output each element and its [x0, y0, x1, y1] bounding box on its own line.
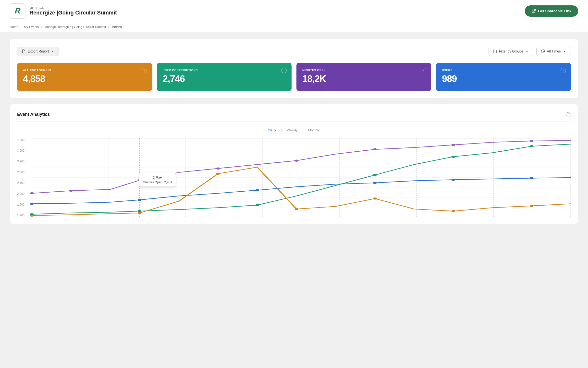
y-label-3200: 3,200: [17, 160, 24, 163]
event-title: Renergize |Going Circular Summit: [29, 10, 117, 16]
svg-point-47: [373, 197, 377, 200]
refresh-icon[interactable]: [564, 111, 571, 118]
svg-line-0: [534, 9, 536, 11]
svg-point-33: [255, 204, 259, 206]
header-text: METRICS Renergize |Going Circular Summit: [29, 6, 117, 16]
svg-point-27: [294, 159, 298, 162]
y-label-3600: 3,600: [17, 149, 24, 152]
y-label-2800: 2,800: [17, 171, 24, 174]
shareable-link-button[interactable]: Get Shareable Link: [525, 5, 578, 17]
clock-icon: [541, 49, 545, 53]
all-times-button[interactable]: All Times: [536, 47, 571, 56]
users-label: USERS: [442, 69, 565, 72]
svg-point-24: [69, 190, 73, 192]
breadcrumb-my-events[interactable]: My Events: [24, 25, 39, 29]
shareable-btn-label: Get Shareable Link: [538, 9, 571, 13]
svg-point-36: [530, 145, 534, 147]
dashboard-card: Export Report Filter by Groups: [10, 39, 578, 98]
filter-groups-label: Filter by Groups: [499, 49, 524, 53]
external-link-icon: [532, 9, 536, 13]
svg-point-39: [255, 189, 259, 191]
svg-point-41: [451, 179, 455, 181]
tab-weekly[interactable]: Weekly: [282, 127, 302, 133]
svg-point-42: [530, 177, 534, 179]
main-content: Export Report Filter by Groups: [0, 32, 588, 231]
document-icon: [22, 49, 26, 53]
stat-card-engagement: ALL ENGAGEMENT 4,858 i: [17, 63, 152, 91]
all-times-label: All Times: [547, 49, 561, 53]
export-label: Export Report: [28, 49, 49, 53]
minutes-label: MINUTES OPEN: [302, 69, 425, 72]
svg-point-44: [138, 212, 142, 214]
analytics-title: Event Analytics: [17, 112, 50, 117]
stat-cards: ALL ENGAGEMENT 4,858 i USER CONTRIBUTION…: [17, 63, 571, 91]
contributions-info-icon[interactable]: i: [281, 68, 287, 73]
users-value: 989: [442, 74, 565, 84]
chart-area: 4,000 3,600 3,200 2,800 2,400 2,000 1,60…: [17, 138, 571, 217]
header-left: R METRICS Renergize |Going Circular Summ…: [10, 3, 117, 19]
breadcrumb: Home / My Events / Manage Renergize | Go…: [0, 22, 588, 32]
svg-point-28: [373, 148, 377, 151]
breadcrumb-home[interactable]: Home: [10, 25, 18, 29]
svg-point-40: [373, 182, 377, 184]
header: R METRICS Renergize |Going Circular Summ…: [0, 0, 588, 22]
stat-card-minutes: MINUTES OPEN 18,2K i: [296, 63, 431, 91]
stat-card-contributions: USER CONTRIBUTIONS 2,746 i: [157, 63, 292, 91]
y-label-4000: 4,000: [17, 138, 24, 141]
svg-point-48: [451, 210, 455, 212]
y-label-1200: 1,200: [17, 214, 24, 217]
chart-tabs: Daily | Weekly | Monthly: [17, 127, 571, 133]
svg-point-35: [451, 156, 455, 158]
svg-point-29: [451, 144, 455, 146]
metrics-label: METRICS: [29, 6, 117, 10]
filter-by-groups-button[interactable]: Filter by Groups: [489, 47, 534, 56]
toolbar: Export Report Filter by Groups: [17, 47, 571, 56]
svg-point-46: [294, 208, 298, 210]
analytics-header: Event Analytics: [17, 111, 571, 122]
breadcrumb-sep-1: /: [21, 25, 22, 29]
chevron-down-icon-2: [525, 50, 529, 53]
logo-box: R: [10, 3, 25, 19]
svg-point-37: [30, 203, 34, 205]
chart-svg-wrap: [32, 138, 571, 217]
svg-point-49: [530, 205, 534, 207]
engagement-value: 4,858: [23, 74, 146, 84]
breadcrumb-current: Metrics: [111, 25, 122, 29]
tab-daily[interactable]: Daily: [263, 127, 281, 133]
svg-point-26: [216, 167, 220, 170]
engagement-label: ALL ENGAGEMENT: [23, 69, 146, 72]
svg-point-34: [373, 174, 377, 176]
svg-point-23: [30, 192, 34, 195]
chart-y-labels: 4,000 3,600 3,200 2,800 2,400 2,000 1,60…: [17, 138, 24, 217]
calendar-icon: [493, 49, 497, 53]
chart-svg: [32, 138, 571, 217]
y-label-2000: 2,000: [17, 192, 24, 195]
y-label-1600: 1,600: [17, 203, 24, 206]
svg-point-32: [138, 210, 142, 212]
engagement-info-icon[interactable]: i: [142, 68, 147, 73]
chevron-down-icon-3: [563, 50, 566, 53]
logo-icon: R: [15, 6, 20, 15]
y-label-2400: 2,400: [17, 182, 24, 184]
chevron-down-icon: [51, 50, 54, 53]
minutes-value: 18,2K: [302, 74, 425, 84]
users-info-icon[interactable]: i: [561, 68, 566, 73]
breadcrumb-sep-3: /: [108, 25, 109, 29]
contributions-value: 2,746: [163, 74, 286, 84]
analytics-card: Event Analytics Daily | Weekly | Monthly…: [10, 104, 578, 224]
minutes-info-icon[interactable]: i: [421, 68, 426, 73]
breadcrumb-manage[interactable]: Manage Renergize | Going Circular Summit: [44, 25, 106, 29]
svg-point-30: [530, 140, 534, 142]
contributions-label: USER CONTRIBUTIONS: [163, 69, 286, 72]
svg-point-43: [30, 214, 34, 217]
export-report-button[interactable]: Export Report: [17, 47, 59, 56]
stat-card-users: USERS 989 i: [436, 63, 571, 91]
breadcrumb-sep-2: /: [41, 25, 42, 29]
tab-monthly[interactable]: Monthly: [303, 127, 325, 133]
svg-point-25: [138, 179, 142, 181]
toolbar-right: Filter by Groups All Times: [489, 47, 571, 56]
svg-point-45: [216, 173, 220, 175]
svg-rect-1: [494, 50, 497, 53]
svg-point-38: [138, 199, 142, 201]
